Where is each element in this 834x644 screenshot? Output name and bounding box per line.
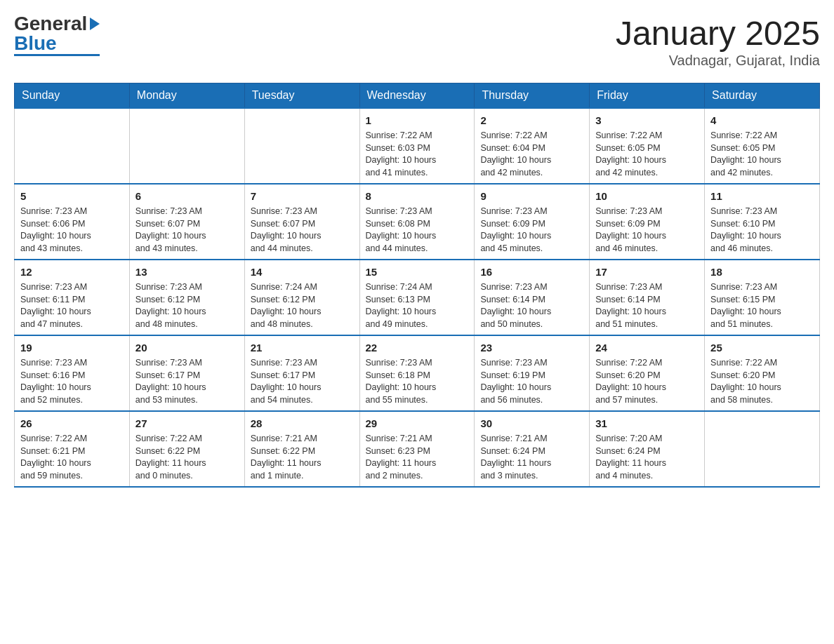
- day-number: 29: [366, 416, 469, 431]
- day-number: 14: [251, 264, 354, 279]
- calendar-cell: 29Sunrise: 7:21 AM Sunset: 6:23 PM Dayli…: [359, 411, 475, 487]
- calendar-cell: 6Sunrise: 7:23 AM Sunset: 6:07 PM Daylig…: [129, 184, 244, 260]
- day-info: Sunrise: 7:21 AM Sunset: 6:23 PM Dayligh…: [366, 433, 469, 482]
- day-number: 4: [710, 113, 814, 128]
- day-number: 7: [251, 189, 354, 203]
- calendar-cell: 30Sunrise: 7:21 AM Sunset: 6:24 PM Dayli…: [475, 411, 590, 487]
- day-header-sunday: Sunday: [15, 83, 130, 109]
- calendar-cell: 16Sunrise: 7:23 AM Sunset: 6:14 PM Dayli…: [475, 260, 590, 335]
- day-number: 30: [480, 416, 583, 431]
- calendar-table: SundayMondayTuesdayWednesdayThursdayFrid…: [14, 83, 820, 488]
- week-row-1: 1Sunrise: 7:22 AM Sunset: 6:03 PM Daylig…: [15, 108, 820, 184]
- calendar-cell: 23Sunrise: 7:23 AM Sunset: 6:19 PM Dayli…: [475, 335, 590, 411]
- day-info: Sunrise: 7:20 AM Sunset: 6:24 PM Dayligh…: [595, 433, 699, 482]
- day-number: 2: [480, 113, 583, 128]
- day-info: Sunrise: 7:23 AM Sunset: 6:19 PM Dayligh…: [480, 357, 583, 406]
- day-number: 25: [710, 340, 814, 355]
- day-header-thursday: Thursday: [475, 83, 590, 109]
- day-info: Sunrise: 7:21 AM Sunset: 6:24 PM Dayligh…: [480, 433, 583, 482]
- day-number: 22: [366, 340, 469, 355]
- calendar-cell: 17Sunrise: 7:23 AM Sunset: 6:14 PM Dayli…: [590, 260, 705, 335]
- day-info: Sunrise: 7:22 AM Sunset: 6:20 PM Dayligh…: [595, 357, 699, 406]
- day-number: 31: [595, 416, 699, 431]
- day-number: 13: [135, 264, 239, 279]
- logo-blue: Blue: [14, 32, 57, 54]
- week-row-5: 26Sunrise: 7:22 AM Sunset: 6:21 PM Dayli…: [15, 411, 820, 487]
- day-number: 20: [135, 340, 239, 355]
- calendar-cell: 26Sunrise: 7:22 AM Sunset: 6:21 PM Dayli…: [15, 411, 130, 487]
- day-info: Sunrise: 7:23 AM Sunset: 6:12 PM Dayligh…: [135, 281, 239, 330]
- day-number: 9: [480, 189, 583, 203]
- day-number: 3: [595, 113, 699, 128]
- calendar-cell: 28Sunrise: 7:21 AM Sunset: 6:22 PM Dayli…: [244, 411, 359, 487]
- day-header-tuesday: Tuesday: [244, 83, 359, 109]
- day-number: 8: [366, 189, 469, 203]
- day-info: Sunrise: 7:23 AM Sunset: 6:17 PM Dayligh…: [135, 357, 239, 406]
- day-info: Sunrise: 7:22 AM Sunset: 6:21 PM Dayligh…: [20, 433, 124, 482]
- header-row: SundayMondayTuesdayWednesdayThursdayFrid…: [15, 83, 820, 109]
- calendar-cell: [129, 108, 244, 184]
- page-header: General Blue January 2025 Vadnagar, Guja…: [14, 14, 820, 69]
- calendar-cell: 25Sunrise: 7:22 AM Sunset: 6:20 PM Dayli…: [705, 335, 820, 411]
- calendar-cell: 18Sunrise: 7:23 AM Sunset: 6:15 PM Dayli…: [705, 260, 820, 335]
- day-info: Sunrise: 7:23 AM Sunset: 6:15 PM Dayligh…: [710, 281, 814, 330]
- day-number: 27: [135, 416, 239, 431]
- day-header-monday: Monday: [129, 83, 244, 109]
- day-info: Sunrise: 7:23 AM Sunset: 6:08 PM Dayligh…: [366, 206, 469, 255]
- day-number: 18: [710, 264, 814, 279]
- day-number: 24: [595, 340, 699, 355]
- day-number: 16: [480, 264, 583, 279]
- day-number: 19: [20, 340, 124, 355]
- day-number: 15: [366, 264, 469, 279]
- calendar-cell: 31Sunrise: 7:20 AM Sunset: 6:24 PM Dayli…: [590, 411, 705, 487]
- calendar-cell: 10Sunrise: 7:23 AM Sunset: 6:09 PM Dayli…: [590, 184, 705, 260]
- calendar-cell: [705, 411, 820, 487]
- calendar-cell: 13Sunrise: 7:23 AM Sunset: 6:12 PM Dayli…: [129, 260, 244, 335]
- day-info: Sunrise: 7:21 AM Sunset: 6:22 PM Dayligh…: [251, 433, 354, 482]
- calendar-cell: 24Sunrise: 7:22 AM Sunset: 6:20 PM Dayli…: [590, 335, 705, 411]
- calendar-cell: 3Sunrise: 7:22 AM Sunset: 6:05 PM Daylig…: [590, 108, 705, 184]
- day-info: Sunrise: 7:23 AM Sunset: 6:18 PM Dayligh…: [366, 357, 469, 406]
- calendar-cell: 19Sunrise: 7:23 AM Sunset: 6:16 PM Dayli…: [15, 335, 130, 411]
- day-info: Sunrise: 7:23 AM Sunset: 6:09 PM Dayligh…: [595, 206, 699, 255]
- month-title: January 2025: [616, 14, 820, 53]
- calendar-cell: 9Sunrise: 7:23 AM Sunset: 6:09 PM Daylig…: [475, 184, 590, 260]
- title-section: January 2025 Vadnagar, Gujarat, India: [616, 14, 820, 69]
- calendar-cell: 11Sunrise: 7:23 AM Sunset: 6:10 PM Dayli…: [705, 184, 820, 260]
- calendar-cell: [15, 108, 130, 184]
- day-info: Sunrise: 7:24 AM Sunset: 6:13 PM Dayligh…: [366, 281, 469, 330]
- day-info: Sunrise: 7:23 AM Sunset: 6:14 PM Dayligh…: [595, 281, 699, 330]
- calendar-header: SundayMondayTuesdayWednesdayThursdayFrid…: [15, 83, 820, 109]
- day-number: 28: [251, 416, 354, 431]
- day-info: Sunrise: 7:23 AM Sunset: 6:06 PM Dayligh…: [20, 206, 124, 255]
- location-label: Vadnagar, Gujarat, India: [616, 53, 820, 69]
- day-info: Sunrise: 7:22 AM Sunset: 6:03 PM Dayligh…: [366, 130, 469, 179]
- day-number: 17: [595, 264, 699, 279]
- day-number: 21: [251, 340, 354, 355]
- week-row-2: 5Sunrise: 7:23 AM Sunset: 6:06 PM Daylig…: [15, 184, 820, 260]
- logo-underline: [14, 54, 100, 56]
- week-row-3: 12Sunrise: 7:23 AM Sunset: 6:11 PM Dayli…: [15, 260, 820, 335]
- day-number: 5: [20, 189, 124, 203]
- day-header-friday: Friday: [590, 83, 705, 109]
- day-number: 1: [366, 113, 469, 128]
- day-info: Sunrise: 7:23 AM Sunset: 6:07 PM Dayligh…: [251, 206, 354, 255]
- calendar-cell: 12Sunrise: 7:23 AM Sunset: 6:11 PM Dayli…: [15, 260, 130, 335]
- day-info: Sunrise: 7:22 AM Sunset: 6:20 PM Dayligh…: [710, 357, 814, 406]
- day-header-saturday: Saturday: [705, 83, 820, 109]
- calendar-cell: 2Sunrise: 7:22 AM Sunset: 6:04 PM Daylig…: [475, 108, 590, 184]
- calendar-cell: 27Sunrise: 7:22 AM Sunset: 6:22 PM Dayli…: [129, 411, 244, 487]
- day-info: Sunrise: 7:22 AM Sunset: 6:05 PM Dayligh…: [710, 130, 814, 179]
- day-number: 11: [710, 189, 814, 203]
- calendar-cell: 7Sunrise: 7:23 AM Sunset: 6:07 PM Daylig…: [244, 184, 359, 260]
- logo: General Blue: [14, 14, 100, 56]
- day-number: 26: [20, 416, 124, 431]
- day-info: Sunrise: 7:23 AM Sunset: 6:16 PM Dayligh…: [20, 357, 124, 406]
- day-info: Sunrise: 7:24 AM Sunset: 6:12 PM Dayligh…: [251, 281, 354, 330]
- logo-arrow-icon: [90, 18, 100, 30]
- calendar-cell: 15Sunrise: 7:24 AM Sunset: 6:13 PM Dayli…: [359, 260, 475, 335]
- day-number: 23: [480, 340, 583, 355]
- day-info: Sunrise: 7:23 AM Sunset: 6:09 PM Dayligh…: [480, 206, 583, 255]
- day-number: 6: [135, 189, 239, 203]
- calendar-cell: 20Sunrise: 7:23 AM Sunset: 6:17 PM Dayli…: [129, 335, 244, 411]
